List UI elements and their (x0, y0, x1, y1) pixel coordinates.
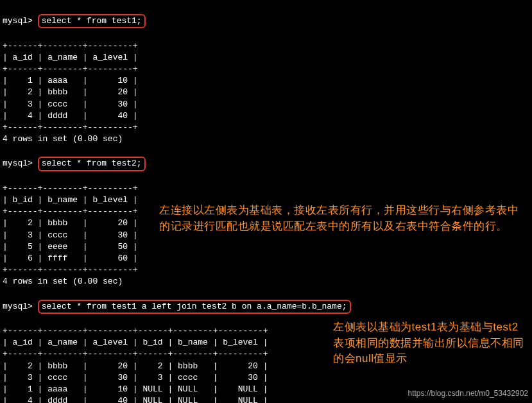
table-row: | 2 | bbbb | 20 | (3, 87, 138, 97)
query-line-2: mysql> select * from test2; (3, 157, 529, 171)
table3-header: | a_id | a_name | a_level | b_id | b_nam… (3, 338, 268, 347)
table1-sep-top: +------+--------+---------+ (3, 41, 138, 51)
table2-footer: 4 rows in set (0.00 sec) (3, 277, 123, 286)
mysql-prompt: mysql> (3, 301, 33, 313)
query-2-text[interactable]: select * from test2; (42, 159, 142, 168)
table2-header: | b_id | b_name | b_level | (3, 195, 138, 205)
table-row: | 1 | aaaa | 10 | (3, 76, 138, 85)
table3-sep-top: +------+--------+---------+------+------… (3, 326, 268, 336)
blank-line (3, 146, 8, 155)
table1-header: | a_id | a_name | a_level | (3, 53, 138, 62)
table-row: | 4 | dddd | 40 | (3, 111, 138, 121)
query-line-3: mysql> select * from test1 a left join t… (3, 300, 529, 314)
table-row: | 2 | bbbb | 20 | 2 | bbbb | 20 | (3, 361, 268, 371)
blank-line (3, 289, 8, 298)
table-row: | 3 | cccc | 30 | (3, 230, 138, 240)
table-row: | 3 | cccc | 30 | (3, 99, 138, 109)
query-1-text[interactable]: select * from test1; (42, 16, 142, 26)
query-3-text[interactable]: select * from test1 a left join test2 b … (42, 302, 347, 311)
query-3-highlight: select * from test1 a left join test2 b … (38, 300, 351, 314)
mysql-prompt: mysql> (3, 15, 33, 27)
table-row: | 3 | cccc | 30 | 3 | cccc | 30 | (3, 373, 268, 382)
table1-sep-bot: +------+--------+---------+ (3, 123, 138, 132)
annotation-left-join-explain: 左连接以左侧表为基础表，接收左表所有行，并用这些行与右侧参考表中的记录进行匹配也… (159, 203, 525, 234)
table-row: | 2 | bbbb | 20 | (3, 218, 138, 228)
watermark-text: https://blog.csdn.net/m0_53432902 (408, 388, 528, 399)
table2-sep-bot: +------+--------+---------+ (3, 265, 138, 275)
table-row: | 1 | aaaa | 10 | NULL | NULL | NULL | (3, 384, 268, 394)
table2-sep-mid: +------+--------+---------+ (3, 207, 138, 216)
mysql-prompt: mysql> (3, 158, 33, 169)
annotation-result-explain: 左侧表以基础为test1表为基础与test2表项相同的数据并输出所以信息不相同的… (333, 320, 526, 367)
table1-sep-mid: +------+--------+---------+ (3, 64, 138, 74)
query-2-highlight: select * from test2; (38, 157, 146, 171)
query-1-highlight: select * from test1; (38, 14, 146, 28)
table-row: | 4 | dddd | 40 | NULL | NULL | NULL | (3, 396, 268, 403)
table-row: | 6 | ffff | 60 | (3, 253, 138, 263)
table-row: | 5 | eeee | 50 | (3, 242, 138, 252)
query-line-1: mysql> select * from test1; (3, 14, 529, 28)
table1-footer: 4 rows in set (0.00 sec) (3, 134, 123, 144)
table3-sep-mid: +------+--------+---------+------+------… (3, 349, 268, 359)
table2-sep-top: +------+--------+---------+ (3, 184, 138, 193)
